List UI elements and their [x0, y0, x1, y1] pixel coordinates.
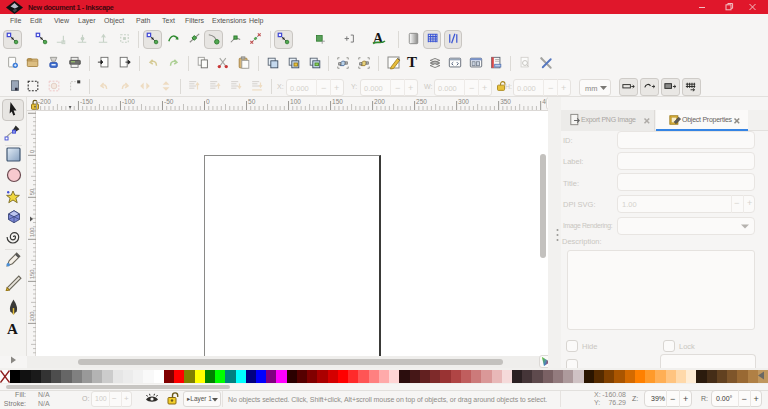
- svg-text:0: 0: [206, 98, 210, 105]
- svg-text:-100: -100: [122, 98, 135, 105]
- svg-text:-150: -150: [80, 98, 93, 105]
- svg-text:200: 200: [374, 98, 385, 105]
- svg-text:150: 150: [29, 269, 35, 280]
- svg-text:300: 300: [458, 98, 469, 105]
- svg-text:250: 250: [416, 98, 427, 105]
- svg-text:100: 100: [29, 227, 35, 238]
- svg-text:-200: -200: [38, 98, 51, 105]
- svg-text:-50: -50: [164, 98, 174, 105]
- svg-text:150: 150: [332, 98, 343, 105]
- svg-text:350: 350: [500, 98, 511, 105]
- svg-text:200: 200: [29, 311, 35, 322]
- svg-text:A: A: [373, 31, 384, 46]
- svg-text:100: 100: [290, 98, 301, 105]
- svg-text:50: 50: [248, 98, 256, 105]
